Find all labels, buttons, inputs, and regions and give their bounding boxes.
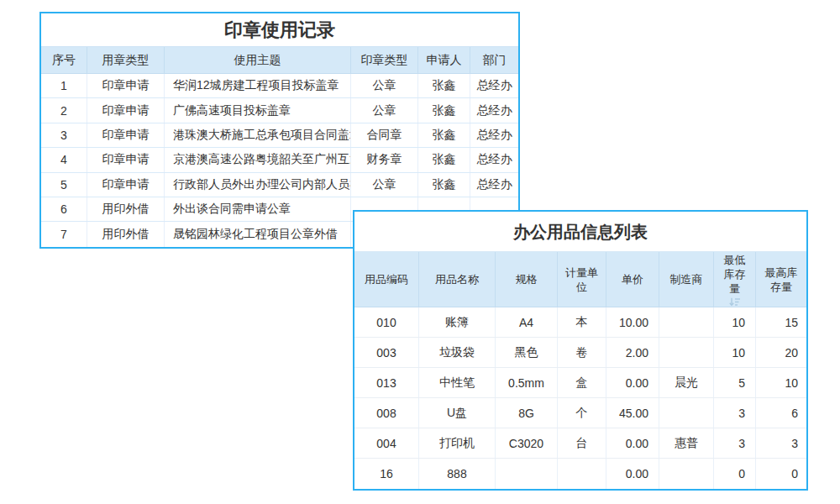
cell-seal-type: 合同章 (351, 123, 418, 147)
col-header-maker[interactable]: 制造商 (659, 252, 714, 307)
cell-no: 6 (41, 197, 87, 221)
cell-max-stock: 15 (756, 307, 806, 337)
cell-seal-type: 公章 (351, 98, 418, 122)
item-code-link[interactable]: 010 (354, 307, 419, 337)
col-header-item-name[interactable]: 用品名称 (419, 252, 496, 307)
min-stock-header-label: 最低库存量 (720, 253, 749, 296)
cell-no: 3 (41, 123, 87, 147)
cell-unit (558, 459, 606, 489)
subject-link[interactable]: 广佛高速项目投标盖章 (165, 98, 351, 122)
cell-maker: 晨光 (659, 368, 714, 397)
item-name-link[interactable]: 打印机 (419, 428, 496, 458)
cell-usage-type: 印章申请 (87, 98, 165, 122)
table-row: 2 印章申请 广佛高速项目投标盖章 公章 张鑫 总经办 (41, 98, 518, 123)
item-name-link[interactable]: 账簿 (419, 307, 496, 337)
cell-maker (659, 459, 714, 489)
cell-dept: 总经办 (470, 173, 518, 197)
cell-spec (496, 459, 558, 489)
seal-table-header-row: 序号 用章类型 使用主题 印章类型 申请人 部门 (41, 47, 518, 74)
cell-maker (659, 338, 714, 367)
table-row: 5 印章申请 行政部人员外出办理公司内部人员社 公章 张鑫 总经办 (41, 173, 518, 197)
cell-min-stock: 0 (714, 459, 756, 489)
cell-spec: 8G (496, 398, 558, 428)
col-header-unit[interactable]: 计量单位 (558, 252, 606, 307)
col-header-no: 序号 (41, 47, 87, 73)
cell-min-stock: 3 (714, 428, 756, 458)
cell-max-stock: 20 (756, 338, 806, 367)
table-row: 010 账簿 A4 本 10.00 10 15 (354, 307, 806, 338)
cell-dept: 总经办 (470, 148, 518, 171)
cell-unit: 个 (558, 398, 606, 428)
applicant-link[interactable]: 张鑫 (418, 173, 470, 197)
col-header-spec[interactable]: 规格 (496, 252, 558, 307)
cell-usage-type: 印章申请 (87, 173, 165, 197)
cell-price: 2.00 (606, 338, 659, 367)
cell-usage-type: 用印外借 (87, 197, 165, 221)
cell-usage-type: 印章申请 (87, 74, 165, 97)
cell-dept: 总经办 (470, 123, 518, 147)
cell-price: 0.00 (606, 428, 659, 458)
cell-no: 4 (41, 148, 87, 171)
item-name-link[interactable]: U盘 (419, 398, 496, 428)
cell-seal-type: 公章 (351, 173, 418, 197)
item-name-link[interactable]: 888 (419, 459, 496, 489)
supplies-table-title: 办公用品信息列表 (354, 212, 806, 252)
col-header-min-stock[interactable]: 最低库存量 (714, 252, 756, 307)
table-row: 013 中性笔 0.5mm 盒 0.00 晨光 5 10 (354, 368, 806, 398)
cell-no: 1 (41, 74, 87, 97)
seal-table-title: 印章使用记录 (41, 13, 518, 47)
item-code-link[interactable]: 003 (354, 338, 419, 367)
table-row: 16 888 0.00 0 0 (354, 459, 806, 489)
cell-spec: 0.5mm (496, 368, 558, 397)
col-header-seal-type: 印章类型 (351, 47, 418, 73)
cell-usage-type: 用印外借 (87, 222, 165, 246)
col-header-item-code[interactable]: 用品编码 (354, 252, 419, 307)
item-name-link[interactable]: 中性笔 (419, 368, 496, 397)
cell-price: 45.00 (606, 398, 659, 428)
item-code-link[interactable]: 013 (354, 368, 419, 397)
table-row: 1 印章申请 华润12城房建工程项目投标盖章 公章 张鑫 总经办 (41, 74, 518, 98)
table-row: 004 打印机 C3020 台 0.00 惠普 3 3 (354, 428, 806, 459)
supplies-table-header-row: 用品编码 用品名称 规格 计量单位 单价 制造商 最低库存量 最高库存量 (354, 252, 806, 307)
cell-min-stock: 3 (714, 398, 756, 428)
subject-link[interactable]: 行政部人员外出办理公司内部人员社 (165, 173, 351, 197)
subject-link[interactable]: 晟铭园林绿化工程项目公章外借 (165, 222, 351, 246)
table-row: 003 垃圾袋 黑色 卷 2.00 10 20 (354, 338, 806, 368)
cell-maker: 惠普 (659, 428, 714, 458)
cell-max-stock: 6 (756, 398, 806, 428)
table-row: 008 U盘 8G 个 45.00 3 6 (354, 398, 806, 428)
cell-unit: 卷 (558, 338, 606, 367)
cell-seal-type: 财务章 (351, 148, 418, 171)
cell-max-stock: 3 (756, 428, 806, 458)
cell-min-stock: 10 (714, 307, 756, 337)
cell-no: 2 (41, 98, 87, 122)
item-name-link[interactable]: 垃圾袋 (419, 338, 496, 367)
col-header-max-stock[interactable]: 最高库存量 (756, 252, 806, 307)
cell-unit: 本 (558, 307, 606, 337)
subject-link[interactable]: 京港澳高速公路粤境韶关至广州互通 (165, 148, 351, 171)
sort-amount-icon (729, 297, 741, 307)
cell-max-stock: 0 (756, 459, 806, 489)
col-header-applicant: 申请人 (418, 47, 470, 73)
item-code-link[interactable]: 004 (354, 428, 419, 458)
subject-link[interactable]: 港珠澳大桥施工总承包项目合同盖章 (165, 123, 351, 147)
cell-seal-type: 公章 (351, 74, 418, 97)
col-header-price[interactable]: 单价 (606, 252, 659, 307)
item-code-link[interactable]: 16 (354, 459, 419, 489)
cell-no: 5 (41, 173, 87, 197)
subject-link[interactable]: 外出谈合同需申请公章 (165, 197, 351, 221)
subject-link[interactable]: 华润12城房建工程项目投标盖章 (165, 74, 351, 97)
cell-usage-type: 印章申请 (87, 148, 165, 171)
cell-spec: A4 (496, 307, 558, 337)
applicant-link[interactable]: 张鑫 (418, 74, 470, 97)
cell-usage-type: 印章申请 (87, 123, 165, 147)
cell-min-stock: 5 (714, 368, 756, 397)
cell-unit: 盒 (558, 368, 606, 397)
col-header-subject: 使用主题 (165, 47, 351, 73)
applicant-link[interactable]: 张鑫 (418, 148, 470, 171)
applicant-link[interactable]: 张鑫 (418, 123, 470, 147)
col-header-usage-type: 用章类型 (87, 47, 165, 73)
table-row: 3 印章申请 港珠澳大桥施工总承包项目合同盖章 合同章 张鑫 总经办 (41, 123, 518, 148)
applicant-link[interactable]: 张鑫 (418, 98, 470, 122)
item-code-link[interactable]: 008 (354, 398, 419, 428)
